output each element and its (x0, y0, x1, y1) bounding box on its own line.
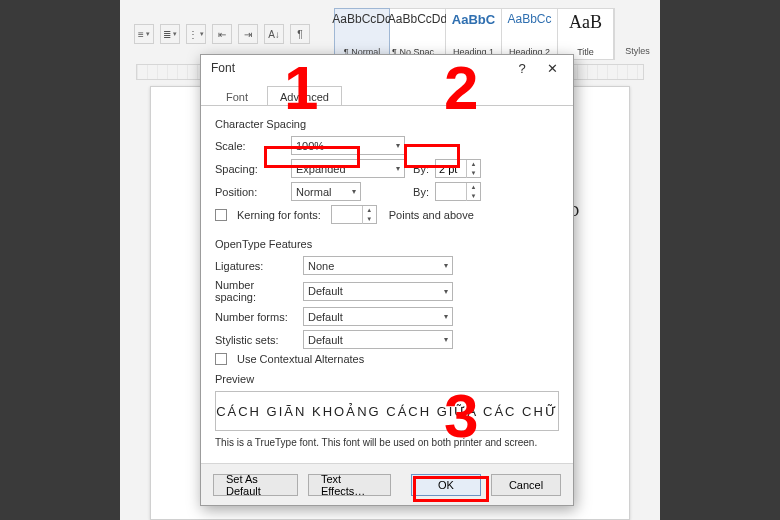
pilcrow-button[interactable]: ¶ (290, 24, 310, 44)
preview-hint: This is a TrueType font. This font will … (215, 437, 559, 448)
spin-down-icon[interactable]: ▼ (363, 215, 376, 224)
set-default-button[interactable]: Set As Default (213, 474, 298, 496)
chevron-down-icon: ▾ (444, 261, 448, 270)
position-combo[interactable]: Normal▾ (291, 182, 361, 201)
tab-advanced[interactable]: Advanced (267, 86, 342, 105)
spin-up-icon[interactable]: ▲ (467, 160, 480, 169)
dialog-footer: Set As Default Text Effects… OK Cancel (201, 463, 573, 505)
numforms-combo[interactable]: Default▾ (303, 307, 453, 326)
numforms-label: Number forms: (215, 311, 297, 323)
style-normal[interactable]: AaBbCcDd¶ Normal (334, 8, 390, 60)
position-by-label: By: (367, 186, 429, 198)
close-button[interactable]: ✕ (537, 57, 567, 79)
spacing-by-label: By: (411, 163, 429, 175)
text-effects-button[interactable]: Text Effects… (308, 474, 391, 496)
multilevel-button[interactable]: ⋮▾ (186, 24, 206, 44)
style-heading1[interactable]: AaBbCHeading 1 (446, 8, 502, 60)
style-nospacing[interactable]: AaBbCcDd¶ No Spac… (390, 8, 446, 60)
chevron-down-icon: ▾ (352, 187, 356, 196)
dialog-body: Character Spacing Scale: 100%▾ Spacing: … (201, 105, 573, 463)
style-heading2[interactable]: AaBbCcHeading 2 (502, 8, 558, 60)
dialog-titlebar[interactable]: Font ? ✕ (201, 55, 573, 81)
spacing-combo[interactable]: Expanded▾ (291, 159, 405, 178)
kerning-input[interactable] (332, 209, 362, 221)
help-button[interactable]: ? (507, 57, 537, 79)
character-spacing-title: Character Spacing (215, 118, 559, 130)
cancel-button[interactable]: Cancel (491, 474, 561, 496)
numbering-button[interactable]: ≣▾ (160, 24, 180, 44)
styles-gallery[interactable]: AaBbCcDd¶ Normal AaBbCcDd¶ No Spac… AaBb… (334, 8, 660, 60)
preview-box: CÁCH GIÃN KHOẢNG CÁCH GIỮA CÁC CHỮ (215, 391, 559, 431)
spin-up-icon[interactable]: ▲ (467, 183, 480, 192)
font-dialog: Font ? ✕ Font Advanced Character Spacing… (200, 54, 574, 506)
kerning-after-label: Points and above (389, 209, 474, 221)
stylistic-label: Stylistic sets: (215, 334, 297, 346)
spin-up-icon[interactable]: ▲ (363, 206, 376, 215)
kerning-label: Kerning for fonts: (237, 209, 321, 221)
indent-right-button[interactable]: ⇥ (238, 24, 258, 44)
ok-button[interactable]: OK (411, 474, 481, 496)
styles-caption: Styles (614, 8, 660, 60)
position-label: Position: (215, 186, 285, 198)
bullets-button[interactable]: ≡▾ (134, 24, 154, 44)
spacing-label: Spacing: (215, 163, 285, 175)
spacing-by-input[interactable] (436, 163, 466, 175)
numspacing-combo[interactable]: Default▾ (303, 282, 453, 301)
scale-label: Scale: (215, 140, 285, 152)
contextual-checkbox[interactable] (215, 353, 227, 365)
position-by-spinner[interactable]: ▲▼ (435, 182, 481, 201)
stylistic-combo[interactable]: Default▾ (303, 330, 453, 349)
style-title[interactable]: AaBTitle (558, 8, 614, 60)
dialog-title: Font (211, 61, 235, 75)
chevron-down-icon: ▾ (396, 141, 400, 150)
spacing-by-spinner[interactable]: ▲▼ (435, 159, 481, 178)
sort-button[interactable]: A↓ (264, 24, 284, 44)
chevron-down-icon: ▾ (396, 164, 400, 173)
chevron-down-icon: ▾ (444, 287, 448, 296)
chevron-down-icon: ▾ (444, 312, 448, 321)
spin-down-icon[interactable]: ▼ (467, 169, 480, 178)
preview-title: Preview (215, 373, 559, 385)
ligatures-label: Ligatures: (215, 260, 297, 272)
tab-font[interactable]: Font (213, 86, 261, 105)
spin-down-icon[interactable]: ▼ (467, 192, 480, 201)
contextual-label: Use Contextual Alternates (237, 353, 364, 365)
kerning-spinner[interactable]: ▲▼ (331, 205, 377, 224)
numspacing-label: Number spacing: (215, 279, 297, 303)
indent-left-button[interactable]: ⇤ (212, 24, 232, 44)
dialog-tabs: Font Advanced (201, 81, 573, 105)
kerning-checkbox[interactable] (215, 209, 227, 221)
ligatures-combo[interactable]: None▾ (303, 256, 453, 275)
opentype-title: OpenType Features (215, 238, 559, 250)
chevron-down-icon: ▾ (444, 335, 448, 344)
position-by-input[interactable] (436, 186, 466, 198)
scale-combo[interactable]: 100%▾ (291, 136, 405, 155)
ribbon-paragraph-group: ≡▾ ≣▾ ⋮▾ ⇤ ⇥ A↓ ¶ (120, 24, 310, 44)
